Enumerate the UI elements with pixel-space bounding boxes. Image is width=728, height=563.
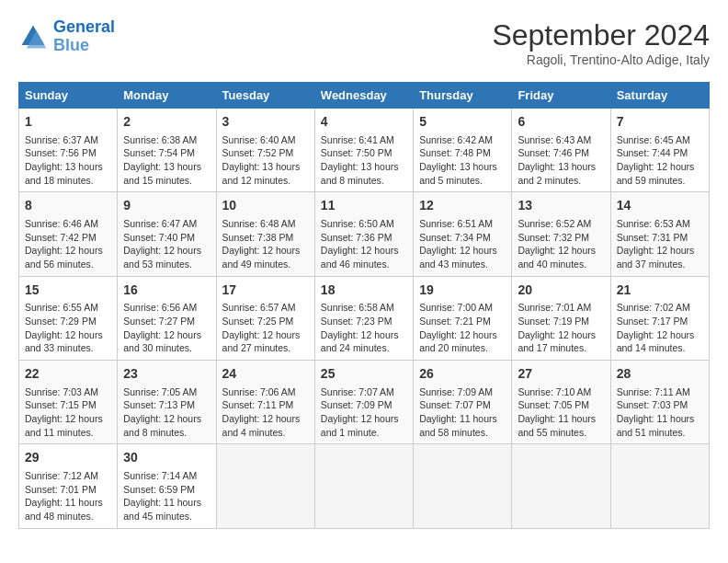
calendar-cell: 23Sunrise: 7:05 AM Sunset: 7:13 PM Dayli…: [118, 361, 216, 444]
col-header-sunday: Sunday: [19, 83, 118, 109]
calendar-cell: 5Sunrise: 6:42 AM Sunset: 7:48 PM Daylig…: [414, 109, 512, 192]
calendar-cell: 6Sunrise: 6:43 AM Sunset: 7:46 PM Daylig…: [512, 109, 610, 192]
day-info: Sunrise: 6:45 AM Sunset: 7:44 PM Dayligh…: [617, 133, 703, 188]
calendar-cell: [216, 444, 314, 528]
day-info: Sunrise: 6:37 AM Sunset: 7:56 PM Dayligh…: [25, 133, 111, 188]
day-number: 12: [419, 197, 506, 215]
calendar-cell: 7Sunrise: 6:45 AM Sunset: 7:44 PM Daylig…: [610, 109, 709, 192]
calendar-cell: 21Sunrise: 7:02 AM Sunset: 7:17 PM Dayli…: [610, 276, 709, 360]
month-title: September 2024: [492, 18, 710, 52]
day-info: Sunrise: 6:52 AM Sunset: 7:32 PM Dayligh…: [518, 217, 604, 271]
calendar-cell: 12Sunrise: 6:51 AM Sunset: 7:34 PM Dayli…: [414, 192, 512, 276]
day-number: 26: [419, 365, 506, 384]
calendar-week-4: 22Sunrise: 7:03 AM Sunset: 7:15 PM Dayli…: [19, 361, 710, 444]
calendar-cell: 18Sunrise: 6:58 AM Sunset: 7:23 PM Dayli…: [314, 276, 413, 360]
calendar-cell: 19Sunrise: 7:00 AM Sunset: 7:21 PM Dayli…: [414, 276, 512, 360]
day-number: 13: [518, 197, 604, 215]
day-info: Sunrise: 6:38 AM Sunset: 7:54 PM Dayligh…: [123, 133, 210, 188]
calendar-cell: 8Sunrise: 6:46 AM Sunset: 7:42 PM Daylig…: [19, 192, 118, 276]
calendar-cell: 20Sunrise: 7:01 AM Sunset: 7:19 PM Dayli…: [512, 276, 610, 360]
logo-text: General Blue: [53, 18, 115, 55]
day-number: 7: [617, 113, 703, 132]
day-number: 25: [321, 365, 407, 384]
calendar-cell: 26Sunrise: 7:09 AM Sunset: 7:07 PM Dayli…: [414, 361, 512, 444]
day-info: Sunrise: 7:11 AM Sunset: 7:03 PM Dayligh…: [617, 385, 703, 440]
calendar-week-2: 8Sunrise: 6:46 AM Sunset: 7:42 PM Daylig…: [19, 192, 710, 276]
day-info: Sunrise: 6:43 AM Sunset: 7:46 PM Dayligh…: [518, 133, 604, 188]
day-info: Sunrise: 7:00 AM Sunset: 7:21 PM Dayligh…: [419, 301, 506, 355]
day-number: 30: [123, 449, 210, 467]
calendar-cell: 9Sunrise: 6:47 AM Sunset: 7:40 PM Daylig…: [118, 192, 216, 276]
day-info: Sunrise: 6:57 AM Sunset: 7:25 PM Dayligh…: [222, 301, 309, 355]
day-info: Sunrise: 7:05 AM Sunset: 7:13 PM Dayligh…: [123, 385, 210, 440]
calendar-cell: [610, 444, 709, 528]
day-number: 1: [25, 113, 111, 132]
day-number: 5: [419, 113, 506, 132]
calendar-cell: 10Sunrise: 6:48 AM Sunset: 7:38 PM Dayli…: [216, 192, 314, 276]
day-info: Sunrise: 6:50 AM Sunset: 7:36 PM Dayligh…: [321, 217, 407, 271]
day-number: 22: [25, 365, 111, 384]
day-number: 24: [222, 365, 309, 384]
day-number: 17: [222, 282, 309, 300]
day-number: 6: [518, 113, 604, 132]
day-info: Sunrise: 7:12 AM Sunset: 7:01 PM Dayligh…: [25, 469, 111, 523]
col-header-wednesday: Wednesday: [314, 83, 413, 109]
day-info: Sunrise: 7:09 AM Sunset: 7:07 PM Dayligh…: [419, 385, 506, 440]
day-number: 21: [617, 282, 703, 300]
day-number: 15: [25, 282, 111, 300]
day-info: Sunrise: 6:51 AM Sunset: 7:34 PM Dayligh…: [419, 217, 506, 271]
day-number: 8: [25, 197, 111, 215]
calendar-cell: 13Sunrise: 6:52 AM Sunset: 7:32 PM Dayli…: [512, 192, 610, 276]
calendar-cell: 16Sunrise: 6:56 AM Sunset: 7:27 PM Dayli…: [118, 276, 216, 360]
logo: General Blue: [18, 18, 115, 55]
calendar-cell: [314, 444, 413, 528]
calendar-cell: [512, 444, 610, 528]
day-info: Sunrise: 7:03 AM Sunset: 7:15 PM Dayligh…: [25, 385, 111, 440]
day-info: Sunrise: 7:10 AM Sunset: 7:05 PM Dayligh…: [518, 385, 604, 440]
day-info: Sunrise: 7:01 AM Sunset: 7:19 PM Dayligh…: [518, 301, 604, 355]
day-number: 9: [123, 197, 210, 215]
day-number: 11: [321, 197, 407, 215]
day-number: 18: [321, 282, 407, 300]
calendar-cell: [414, 444, 512, 528]
day-info: Sunrise: 6:41 AM Sunset: 7:50 PM Dayligh…: [321, 133, 407, 188]
calendar-cell: 22Sunrise: 7:03 AM Sunset: 7:15 PM Dayli…: [19, 361, 118, 444]
calendar-cell: 2Sunrise: 6:38 AM Sunset: 7:54 PM Daylig…: [118, 109, 216, 192]
day-info: Sunrise: 6:53 AM Sunset: 7:31 PM Dayligh…: [617, 217, 703, 271]
page-header: General Blue September 2024 Ragoli, Tren…: [18, 18, 710, 67]
calendar-cell: 11Sunrise: 6:50 AM Sunset: 7:36 PM Dayli…: [314, 192, 413, 276]
day-number: 14: [617, 197, 703, 215]
location-subtitle: Ragoli, Trentino-Alto Adige, Italy: [492, 52, 710, 67]
day-info: Sunrise: 6:42 AM Sunset: 7:48 PM Dayligh…: [419, 133, 506, 188]
day-info: Sunrise: 7:02 AM Sunset: 7:17 PM Dayligh…: [617, 301, 703, 355]
day-number: 27: [518, 365, 604, 384]
calendar-cell: 14Sunrise: 6:53 AM Sunset: 7:31 PM Dayli…: [610, 192, 709, 276]
calendar-cell: 24Sunrise: 7:06 AM Sunset: 7:11 PM Dayli…: [216, 361, 314, 444]
day-info: Sunrise: 6:40 AM Sunset: 7:52 PM Dayligh…: [222, 133, 309, 188]
calendar-week-1: 1Sunrise: 6:37 AM Sunset: 7:56 PM Daylig…: [19, 109, 710, 192]
calendar-cell: 30Sunrise: 7:14 AM Sunset: 6:59 PM Dayli…: [118, 444, 216, 528]
day-number: 2: [123, 113, 210, 132]
col-header-friday: Friday: [512, 83, 610, 109]
day-number: 20: [518, 282, 604, 300]
calendar-cell: 27Sunrise: 7:10 AM Sunset: 7:05 PM Dayli…: [512, 361, 610, 444]
calendar-cell: 15Sunrise: 6:55 AM Sunset: 7:29 PM Dayli…: [19, 276, 118, 360]
day-number: 28: [617, 365, 703, 384]
day-info: Sunrise: 6:55 AM Sunset: 7:29 PM Dayligh…: [25, 301, 111, 355]
day-number: 23: [123, 365, 210, 384]
day-info: Sunrise: 6:46 AM Sunset: 7:42 PM Dayligh…: [25, 217, 111, 271]
calendar-week-5: 29Sunrise: 7:12 AM Sunset: 7:01 PM Dayli…: [19, 444, 710, 528]
day-number: 29: [25, 449, 111, 467]
day-info: Sunrise: 7:14 AM Sunset: 6:59 PM Dayligh…: [123, 469, 210, 523]
col-header-thursday: Thursday: [414, 83, 512, 109]
calendar-cell: 25Sunrise: 7:07 AM Sunset: 7:09 PM Dayli…: [314, 361, 413, 444]
day-info: Sunrise: 7:06 AM Sunset: 7:11 PM Dayligh…: [222, 385, 309, 440]
calendar-cell: 17Sunrise: 6:57 AM Sunset: 7:25 PM Dayli…: [216, 276, 314, 360]
col-header-monday: Monday: [118, 83, 216, 109]
day-info: Sunrise: 6:56 AM Sunset: 7:27 PM Dayligh…: [123, 301, 210, 355]
day-number: 10: [222, 197, 309, 215]
day-number: 4: [321, 113, 407, 132]
calendar-header-row: SundayMondayTuesdayWednesdayThursdayFrid…: [19, 83, 710, 109]
calendar-cell: 1Sunrise: 6:37 AM Sunset: 7:56 PM Daylig…: [19, 109, 118, 192]
calendar-cell: 29Sunrise: 7:12 AM Sunset: 7:01 PM Dayli…: [19, 444, 118, 528]
